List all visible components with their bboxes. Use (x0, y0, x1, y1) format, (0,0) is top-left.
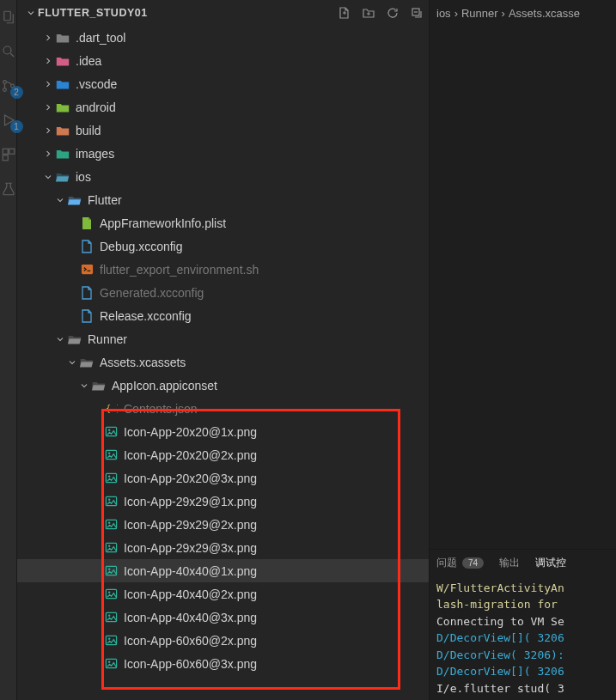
tree-file[interactable]: Debug.xcconfig (17, 234, 429, 258)
panel-tabs: 问题 74 输出 调试控 (430, 549, 616, 576)
xcconfig-icon (79, 308, 95, 324)
tree-folder[interactable]: AppIcon.appiconset (17, 374, 429, 397)
chevron-down-icon[interactable] (53, 332, 67, 346)
tree-file[interactable]: Icon-App-29x29@3x.png (17, 536, 429, 559)
new-folder-icon[interactable] (362, 6, 375, 20)
terminal-line: Connecting to VM Se (436, 613, 609, 630)
tree-item-label: .idea (76, 54, 101, 68)
tree-file[interactable]: Generated.xcconfig (17, 281, 429, 304)
tree-folder[interactable]: Flutter (17, 188, 429, 211)
folder-icon (55, 53, 70, 69)
chevron-right-icon[interactable] (41, 77, 55, 91)
folder-icon (55, 100, 70, 115)
tree-folder[interactable]: .dart_tool (17, 26, 429, 49)
svg-point-25 (107, 568, 109, 569)
tree-item-label: android (76, 100, 116, 114)
tree-item-label: Icon-App-20x20@3x.png (124, 472, 257, 485)
chevron-down-icon[interactable] (65, 356, 79, 369)
folder-icon (79, 355, 95, 370)
tree-file[interactable]: Icon-App-29x29@1x.png (17, 490, 429, 513)
tree-item-label: Contents.json (124, 402, 198, 416)
chevron-down-icon[interactable] (41, 170, 55, 184)
tree-folder[interactable]: Runner (17, 327, 429, 350)
tree-item-label: .dart_tool (76, 31, 125, 45)
collapse-all-icon[interactable] (410, 6, 424, 20)
image-icon (103, 424, 119, 440)
svg-rect-10 (81, 265, 92, 274)
terminal-line: lash-migration for (436, 596, 609, 613)
chevron-right-icon[interactable] (41, 31, 55, 45)
tree-folder[interactable]: .vscode (17, 72, 429, 95)
tree-folder[interactable]: ios (17, 165, 429, 188)
tree-folder[interactable]: build (17, 119, 429, 142)
tab-output[interactable]: 输出 (499, 556, 520, 570)
tree-folder[interactable]: images (17, 142, 429, 165)
folder-icon (67, 332, 82, 347)
tree-file[interactable]: Icon-App-20x20@3x.png (17, 466, 429, 490)
tree-file[interactable]: AppFrameworkInfo.plist (17, 211, 429, 234)
image-icon (103, 471, 119, 486)
image-icon (103, 633, 119, 648)
tree-file[interactable]: Icon-App-40x40@2x.png (17, 582, 429, 606)
terminal-line: D/DecorView[]( 3206 (436, 630, 609, 647)
tree-file[interactable]: Release.xcconfig (17, 304, 429, 327)
tab-problems[interactable]: 问题 74 (436, 556, 484, 570)
chevron-right-icon[interactable] (41, 100, 55, 114)
refresh-icon[interactable] (386, 6, 399, 20)
chevron-down-icon[interactable] (53, 193, 67, 207)
svg-point-1 (3, 46, 11, 54)
tree-item-label: Icon-App-20x20@2x.png (124, 448, 257, 462)
editor-area: ios › Runner › Assets.xcasse 问题 74 输出 调试… (430, 0, 616, 700)
chevron-right-icon: › (502, 7, 505, 20)
tree-item-label: .vscode (76, 77, 117, 91)
tree-file[interactable]: Icon-App-20x20@1x.png (17, 420, 429, 443)
chevron-right-icon[interactable] (41, 54, 55, 68)
tree-item-label: Icon-App-40x40@1x.png (124, 564, 257, 578)
activity-run-icon[interactable]: 1 (0, 112, 17, 129)
activity-search-icon[interactable] (0, 43, 17, 60)
svg-point-17 (107, 475, 109, 477)
tree-file[interactable]: { }Contents.json (17, 397, 429, 420)
chevron-down-icon[interactable] (77, 379, 91, 393)
tree-file[interactable]: Icon-App-60x60@3x.png (17, 652, 429, 675)
tree-file[interactable]: Icon-App-20x20@2x.png (17, 443, 429, 466)
debug-console[interactable]: W/FlutterActivityAnlash-migration for Co… (430, 576, 616, 701)
xcconfig-icon (79, 285, 95, 301)
image-icon (103, 656, 119, 672)
tree-item-label: Debug.xcconfig (100, 240, 183, 253)
tree-file[interactable]: Icon-App-40x40@1x.png (17, 559, 429, 582)
breadcrumb[interactable]: ios › Runner › Assets.xcasse (430, 0, 616, 26)
scm-badge: 2 (10, 86, 23, 99)
image-icon (103, 610, 119, 625)
breadcrumb-seg[interactable]: ios (436, 7, 451, 20)
activity-scm-icon[interactable]: 2 (0, 77, 17, 94)
chevron-right-icon[interactable] (41, 124, 55, 137)
breadcrumb-seg[interactable]: Runner (461, 7, 498, 20)
activity-files-icon[interactable] (0, 9, 17, 26)
new-file-icon[interactable] (338, 6, 351, 20)
svg-point-33 (107, 660, 109, 662)
tab-debug-console[interactable]: 调试控 (535, 556, 566, 570)
activity-extensions-icon[interactable] (0, 146, 17, 163)
tree-item-label: Generated.xcconfig (100, 286, 204, 300)
chevron-right-icon[interactable] (41, 147, 55, 161)
tree-folder[interactable]: Assets.xcassets (17, 350, 429, 374)
svg-point-29 (107, 614, 109, 616)
image-icon (103, 517, 119, 533)
activity-test-icon[interactable] (0, 180, 17, 198)
tree-item-label: Icon-App-60x60@3x.png (124, 657, 257, 671)
tree-file[interactable]: Icon-App-60x60@2x.png (17, 629, 429, 652)
tree-item-label: Icon-App-40x40@2x.png (124, 587, 257, 601)
tree-file[interactable]: flutter_export_environment.sh (17, 258, 429, 281)
svg-rect-8 (3, 155, 8, 161)
tree-item-label: flutter_export_environment.sh (100, 263, 259, 277)
folder-icon (55, 30, 70, 46)
tree-item-label: AppFrameworkInfo.plist (100, 216, 226, 230)
tree-file[interactable]: Icon-App-40x40@3x.png (17, 606, 429, 629)
explorer-header[interactable]: FLUTTER_STUDY01 (17, 0, 429, 26)
breadcrumb-seg[interactable]: Assets.xcasse (509, 7, 580, 20)
tree-folder[interactable]: .idea (17, 49, 429, 72)
tree-file[interactable]: Icon-App-29x29@2x.png (17, 513, 429, 536)
tree-folder[interactable]: android (17, 95, 429, 119)
folder-icon (67, 192, 82, 208)
